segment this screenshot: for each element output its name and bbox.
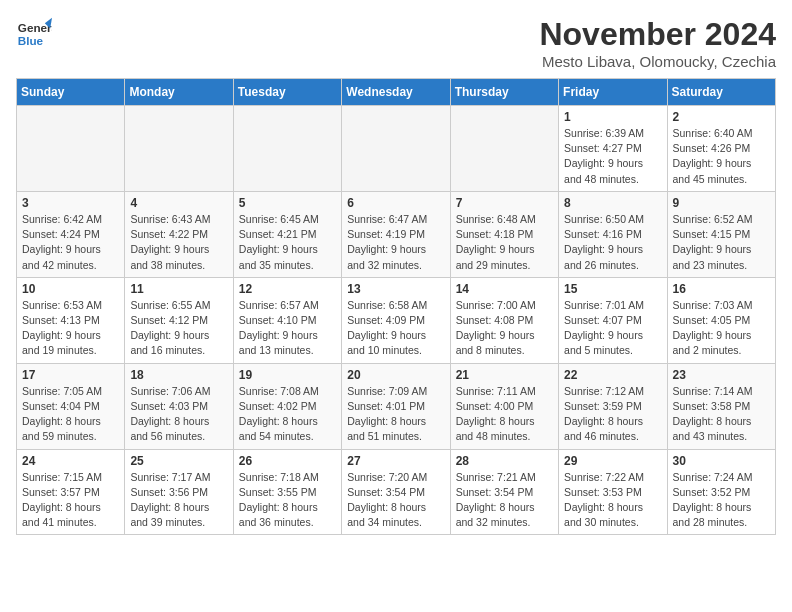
day-number: 24 — [22, 454, 119, 468]
calendar-cell: 27Sunrise: 7:20 AMSunset: 3:54 PMDayligh… — [342, 449, 450, 535]
calendar-cell: 23Sunrise: 7:14 AMSunset: 3:58 PMDayligh… — [667, 363, 775, 449]
day-info: Sunrise: 7:15 AMSunset: 3:57 PMDaylight:… — [22, 470, 119, 531]
calendar-cell: 20Sunrise: 7:09 AMSunset: 4:01 PMDayligh… — [342, 363, 450, 449]
day-info: Sunrise: 6:58 AMSunset: 4:09 PMDaylight:… — [347, 298, 444, 359]
column-header-friday: Friday — [559, 79, 667, 106]
day-number: 22 — [564, 368, 661, 382]
day-info: Sunrise: 6:47 AMSunset: 4:19 PMDaylight:… — [347, 212, 444, 273]
day-number: 15 — [564, 282, 661, 296]
day-info: Sunrise: 7:06 AMSunset: 4:03 PMDaylight:… — [130, 384, 227, 445]
day-number: 12 — [239, 282, 336, 296]
day-number: 3 — [22, 196, 119, 210]
calendar-cell: 11Sunrise: 6:55 AMSunset: 4:12 PMDayligh… — [125, 277, 233, 363]
calendar-cell: 28Sunrise: 7:21 AMSunset: 3:54 PMDayligh… — [450, 449, 558, 535]
day-info: Sunrise: 6:42 AMSunset: 4:24 PMDaylight:… — [22, 212, 119, 273]
day-number: 9 — [673, 196, 770, 210]
day-info: Sunrise: 7:22 AMSunset: 3:53 PMDaylight:… — [564, 470, 661, 531]
day-info: Sunrise: 7:09 AMSunset: 4:01 PMDaylight:… — [347, 384, 444, 445]
title-block: November 2024 Mesto Libava, Olomoucky, C… — [539, 16, 776, 70]
column-header-sunday: Sunday — [17, 79, 125, 106]
calendar-cell: 24Sunrise: 7:15 AMSunset: 3:57 PMDayligh… — [17, 449, 125, 535]
day-info: Sunrise: 7:00 AMSunset: 4:08 PMDaylight:… — [456, 298, 553, 359]
day-number: 4 — [130, 196, 227, 210]
calendar-cell: 29Sunrise: 7:22 AMSunset: 3:53 PMDayligh… — [559, 449, 667, 535]
day-info: Sunrise: 6:53 AMSunset: 4:13 PMDaylight:… — [22, 298, 119, 359]
day-number: 25 — [130, 454, 227, 468]
calendar-week-row: 10Sunrise: 6:53 AMSunset: 4:13 PMDayligh… — [17, 277, 776, 363]
day-info: Sunrise: 7:18 AMSunset: 3:55 PMDaylight:… — [239, 470, 336, 531]
calendar-header-row: SundayMondayTuesdayWednesdayThursdayFrid… — [17, 79, 776, 106]
day-number: 19 — [239, 368, 336, 382]
day-info: Sunrise: 7:24 AMSunset: 3:52 PMDaylight:… — [673, 470, 770, 531]
day-number: 8 — [564, 196, 661, 210]
calendar-cell: 21Sunrise: 7:11 AMSunset: 4:00 PMDayligh… — [450, 363, 558, 449]
day-info: Sunrise: 7:20 AMSunset: 3:54 PMDaylight:… — [347, 470, 444, 531]
day-number: 2 — [673, 110, 770, 124]
calendar-cell: 18Sunrise: 7:06 AMSunset: 4:03 PMDayligh… — [125, 363, 233, 449]
calendar-cell: 25Sunrise: 7:17 AMSunset: 3:56 PMDayligh… — [125, 449, 233, 535]
day-info: Sunrise: 6:52 AMSunset: 4:15 PMDaylight:… — [673, 212, 770, 273]
calendar-cell — [450, 106, 558, 192]
day-info: Sunrise: 7:03 AMSunset: 4:05 PMDaylight:… — [673, 298, 770, 359]
day-info: Sunrise: 7:01 AMSunset: 4:07 PMDaylight:… — [564, 298, 661, 359]
calendar-cell: 22Sunrise: 7:12 AMSunset: 3:59 PMDayligh… — [559, 363, 667, 449]
calendar-title: November 2024 — [539, 16, 776, 53]
calendar-cell: 10Sunrise: 6:53 AMSunset: 4:13 PMDayligh… — [17, 277, 125, 363]
day-number: 17 — [22, 368, 119, 382]
calendar-cell: 5Sunrise: 6:45 AMSunset: 4:21 PMDaylight… — [233, 191, 341, 277]
day-info: Sunrise: 7:12 AMSunset: 3:59 PMDaylight:… — [564, 384, 661, 445]
day-info: Sunrise: 6:48 AMSunset: 4:18 PMDaylight:… — [456, 212, 553, 273]
day-number: 1 — [564, 110, 661, 124]
day-number: 14 — [456, 282, 553, 296]
svg-text:Blue: Blue — [18, 34, 44, 47]
calendar-cell: 2Sunrise: 6:40 AMSunset: 4:26 PMDaylight… — [667, 106, 775, 192]
day-number: 6 — [347, 196, 444, 210]
day-info: Sunrise: 6:43 AMSunset: 4:22 PMDaylight:… — [130, 212, 227, 273]
calendar-cell: 26Sunrise: 7:18 AMSunset: 3:55 PMDayligh… — [233, 449, 341, 535]
day-number: 29 — [564, 454, 661, 468]
calendar-cell: 16Sunrise: 7:03 AMSunset: 4:05 PMDayligh… — [667, 277, 775, 363]
day-info: Sunrise: 6:50 AMSunset: 4:16 PMDaylight:… — [564, 212, 661, 273]
day-number: 10 — [22, 282, 119, 296]
day-info: Sunrise: 6:57 AMSunset: 4:10 PMDaylight:… — [239, 298, 336, 359]
calendar-cell — [125, 106, 233, 192]
day-number: 30 — [673, 454, 770, 468]
day-info: Sunrise: 7:11 AMSunset: 4:00 PMDaylight:… — [456, 384, 553, 445]
day-info: Sunrise: 7:05 AMSunset: 4:04 PMDaylight:… — [22, 384, 119, 445]
day-number: 7 — [456, 196, 553, 210]
calendar-table: SundayMondayTuesdayWednesdayThursdayFrid… — [16, 78, 776, 535]
calendar-week-row: 3Sunrise: 6:42 AMSunset: 4:24 PMDaylight… — [17, 191, 776, 277]
day-number: 28 — [456, 454, 553, 468]
calendar-cell: 9Sunrise: 6:52 AMSunset: 4:15 PMDaylight… — [667, 191, 775, 277]
day-number: 5 — [239, 196, 336, 210]
day-number: 21 — [456, 368, 553, 382]
day-info: Sunrise: 7:21 AMSunset: 3:54 PMDaylight:… — [456, 470, 553, 531]
logo: General Blue — [16, 16, 52, 52]
page-header: General Blue November 2024 Mesto Libava,… — [16, 16, 776, 70]
calendar-cell: 4Sunrise: 6:43 AMSunset: 4:22 PMDaylight… — [125, 191, 233, 277]
calendar-cell: 3Sunrise: 6:42 AMSunset: 4:24 PMDaylight… — [17, 191, 125, 277]
day-info: Sunrise: 6:55 AMSunset: 4:12 PMDaylight:… — [130, 298, 227, 359]
calendar-cell — [342, 106, 450, 192]
column-header-thursday: Thursday — [450, 79, 558, 106]
day-number: 26 — [239, 454, 336, 468]
day-info: Sunrise: 7:14 AMSunset: 3:58 PMDaylight:… — [673, 384, 770, 445]
day-number: 11 — [130, 282, 227, 296]
logo-icon: General Blue — [16, 16, 52, 52]
calendar-cell: 6Sunrise: 6:47 AMSunset: 4:19 PMDaylight… — [342, 191, 450, 277]
calendar-week-row: 1Sunrise: 6:39 AMSunset: 4:27 PMDaylight… — [17, 106, 776, 192]
calendar-cell: 30Sunrise: 7:24 AMSunset: 3:52 PMDayligh… — [667, 449, 775, 535]
day-info: Sunrise: 6:39 AMSunset: 4:27 PMDaylight:… — [564, 126, 661, 187]
day-number: 13 — [347, 282, 444, 296]
calendar-cell: 17Sunrise: 7:05 AMSunset: 4:04 PMDayligh… — [17, 363, 125, 449]
day-info: Sunrise: 6:40 AMSunset: 4:26 PMDaylight:… — [673, 126, 770, 187]
calendar-cell: 15Sunrise: 7:01 AMSunset: 4:07 PMDayligh… — [559, 277, 667, 363]
day-number: 20 — [347, 368, 444, 382]
column-header-tuesday: Tuesday — [233, 79, 341, 106]
day-number: 18 — [130, 368, 227, 382]
calendar-cell: 8Sunrise: 6:50 AMSunset: 4:16 PMDaylight… — [559, 191, 667, 277]
calendar-week-row: 24Sunrise: 7:15 AMSunset: 3:57 PMDayligh… — [17, 449, 776, 535]
day-number: 16 — [673, 282, 770, 296]
column-header-wednesday: Wednesday — [342, 79, 450, 106]
calendar-cell — [233, 106, 341, 192]
